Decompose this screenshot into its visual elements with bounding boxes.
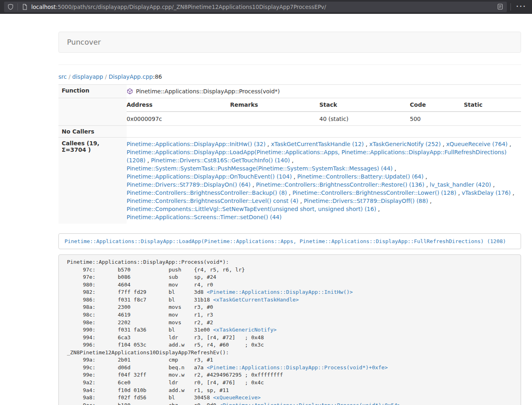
toolbar-separator (17, 3, 18, 11)
callee-link[interactable]: Pinetime::Controllers::BrightnessControl… (256, 181, 424, 188)
callees-list: Pinetime::Applications::DisplayApp::Init… (127, 138, 521, 224)
callee-link[interactable]: Pinetime::Controllers::BrightnessControl… (293, 190, 457, 196)
disassembly-listing: Pinetime::Applications::DisplayApp::Proc… (58, 254, 521, 405)
callee-link[interactable]: Pinetime::Applications::Screens::Timer::… (127, 214, 282, 220)
function-details-table: Function Pinetime::Applications::Display… (58, 84, 521, 224)
url-path: :5000/path/src/displayapp/DisplayApp.cpp… (56, 4, 326, 10)
app-navbar: Puncover (58, 32, 521, 53)
disassembly-symbol-link[interactable]: <Pinetime::Applications::DisplayApp::Pro… (207, 364, 388, 371)
function-row-label: Function (58, 85, 127, 98)
breadcrumb: src / displayapp / DisplayApp.cpp:86 (58, 73, 521, 81)
disassembly-symbol-link[interactable]: <xTaskGenericNotify> (213, 327, 277, 333)
callee-link[interactable]: Pinetime::Applications::DisplayApp::Init… (127, 141, 265, 147)
column-header-address: Address (127, 98, 230, 112)
callee-link[interactable]: Pinetime::Controllers::Battery::Update()… (297, 173, 423, 180)
callees-row: Callees (19, Σ=3704 ) Pinetime::Applicat… (58, 138, 521, 224)
address-bar-url[interactable]: localhost:5000/path/src/displayapp/Displ… (31, 4, 497, 10)
callee-link[interactable]: Pinetime::Applications::DisplayApp::OnTo… (127, 173, 292, 180)
disassembly-symbol-link[interactable]: <Pinetime::Applications::DisplayApp::Pro… (220, 402, 401, 405)
column-header-code: Code (410, 98, 464, 112)
remarks-value (230, 112, 319, 125)
no-callers-label: No Callers (58, 126, 127, 138)
function-name: Pinetime::Applications::DisplayApp::Proc… (136, 87, 280, 95)
callee-link[interactable]: Pinetime::System::SystemTask::PushMessag… (127, 165, 393, 172)
callee-link[interactable]: Pinetime::Drivers::St7789::DisplayOn() (… (127, 181, 250, 188)
callee-link[interactable]: Pinetime::Controllers::BrightnessControl… (127, 198, 298, 204)
breadcrumb-line-number: :86 (153, 73, 162, 80)
static-value (464, 112, 521, 125)
function-stats-row: Address Remarks Stack Code Static 0x0000… (58, 98, 521, 126)
callee-link[interactable]: Pinetime::Drivers::Cst816S::GetTouchInfo… (151, 157, 290, 164)
column-header-remarks: Remarks (230, 98, 319, 112)
callee-link[interactable]: vTaskDelay (176) (462, 190, 511, 196)
callee-link[interactable]: lv_task_handler (420) (430, 181, 491, 188)
breadcrumb-separator: / (103, 73, 109, 80)
url-host: localhost (31, 4, 56, 10)
callee-link[interactable]: Pinetime::Components::LittleVgl::SetNewT… (127, 206, 376, 212)
function-stats-table: Address Remarks Stack Code Static 0x0000… (127, 98, 521, 125)
highlighted-callee-box: Pinetime::Applications::DisplayApp::Load… (58, 233, 521, 249)
disassembly-symbol-link[interactable]: <Pinetime::Applications::DisplayApp::Ini… (207, 289, 353, 295)
callee-link[interactable]: xTaskGenericNotify (252) (369, 141, 441, 147)
function-row: Function Pinetime::Applications::Display… (58, 85, 521, 98)
page-container: Puncover src / displayapp / DisplayApp.c… (58, 32, 521, 405)
breadcrumb-link-DisplayApp.cpp[interactable]: DisplayApp.cpp (109, 73, 153, 80)
shield-icon[interactable] (7, 4, 14, 10)
reader-mode-icon[interactable] (497, 3, 504, 10)
disassembly-symbol-link[interactable]: <xQueueReceive> (213, 394, 261, 401)
toolbar-separator (510, 3, 511, 11)
callee-link[interactable]: xQueueReceive (764) (446, 141, 508, 147)
code-value: 500 (410, 112, 464, 125)
symbol-cube-icon (127, 88, 133, 95)
divider (58, 65, 521, 65)
callee-link[interactable]: Pinetime::Drivers::St7789::DisplayOff() … (304, 198, 428, 204)
function-stats-row-label (58, 98, 127, 126)
app-brand[interactable]: Puncover (59, 32, 109, 52)
breadcrumb-separator: / (67, 73, 72, 80)
no-callers-row: No Callers (58, 126, 521, 138)
callees-label: Callees (19, Σ=3704 ) (58, 138, 127, 224)
column-header-static: Static (464, 98, 521, 112)
callee-link[interactable]: xTaskGetCurrentTaskHandle (12) (271, 141, 364, 147)
table-row: 0x0000097c 40 (static) 500 (127, 112, 521, 125)
address-value: 0x0000097c (127, 112, 230, 125)
breadcrumb-link-displayapp[interactable]: displayapp (72, 73, 103, 80)
column-header-stack: Stack (319, 98, 410, 112)
breadcrumb-link-src[interactable]: src (58, 73, 67, 80)
browser-toolbar: localhost:5000/path/src/displayapp/Displ… (0, 0, 532, 14)
url-bar[interactable]: localhost:5000/path/src/displayapp/Displ… (4, 2, 507, 12)
stack-value: 40 (static) (319, 112, 410, 125)
callee-link[interactable]: Pinetime::Controllers::BrightnessControl… (127, 190, 287, 196)
menu-dots-icon[interactable]: ••• (515, 4, 528, 10)
highlighted-callee-link[interactable]: Pinetime::Applications::DisplayApp::Load… (65, 238, 506, 244)
disassembly-symbol-link[interactable]: <xTaskGetCurrentTaskHandle> (213, 297, 299, 303)
page-icon[interactable] (22, 4, 28, 10)
